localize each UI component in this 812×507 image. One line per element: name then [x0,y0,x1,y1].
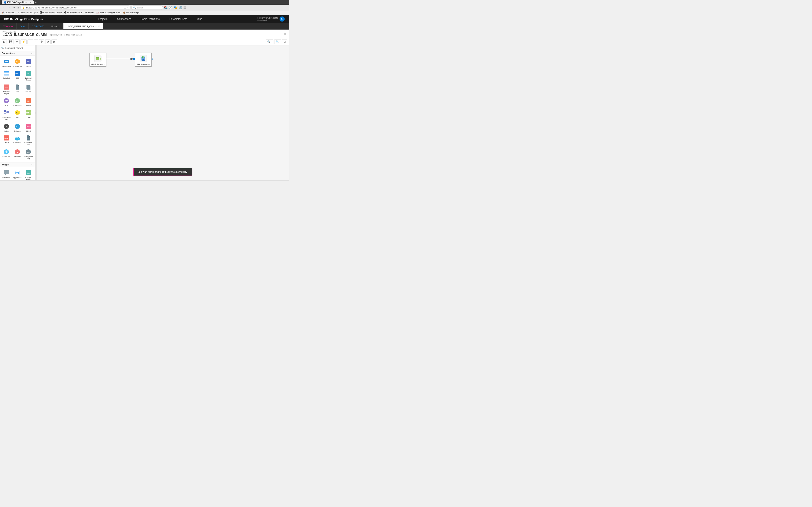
tab-jobs[interactable]: Jobs [17,23,29,30]
toolbar-run-btn[interactable]: ⚡ [20,39,27,44]
browser-tab-close[interactable]: ✕ [30,1,32,4]
history-icon[interactable]: 🕐 [169,6,172,9]
toolbar-scissors-btn[interactable]: ✂ [14,39,20,44]
bookmark-yarn[interactable]: 🅨 YARN Web GUI [64,11,82,14]
connector-external-source[interactable]: EXT External Source [23,69,34,82]
db2-node[interactable]: DB2_Connecto... [135,53,152,67]
snowflake-icon: ❄ [3,149,10,155]
toolbar-schedule-btn[interactable]: ⏱ [39,39,44,44]
star-icon[interactable]: ☆ [126,7,129,9]
bookmark-ibm-box[interactable]: 📦 IBM Box Login [123,11,140,14]
stage-change-apply[interactable]: CA Change Apply [23,169,34,180]
sidebar-search-input[interactable] [5,47,34,49]
fit-btn[interactable]: ⊡ [282,39,287,44]
connector-bdfs[interactable]: BD BDFS [23,57,34,68]
svg-line-25 [6,111,7,112]
menu-icon[interactable]: ☰ [183,6,186,9]
toolbar-arrow-up-btn[interactable]: ↑ [34,39,38,44]
hive-icon: Hive [14,109,21,116]
stage-aggregator[interactable]: Aggregator [12,169,22,180]
toolbar-save-btn[interactable]: ⊞ [2,39,7,44]
connector-hierarchical[interactable]: Hierarchical Data [1,108,11,121]
nav-projects[interactable]: Projects [97,17,109,21]
zoom-in-btn[interactable]: 🔍+ [266,39,273,44]
address-bar[interactable]: 🔒 https://iis-server.ibm.demo:9446/ibm/i… [20,5,131,10]
connector-connection[interactable]: Connection [1,57,11,68]
connector-sequential[interactable]: Sequential File [23,134,34,147]
nav-table-definitions[interactable]: Table Definitions [139,17,161,21]
connector-salesforce[interactable]: Salesforce [12,134,22,147]
canvas-area[interactable]: JDBC_Connect... [37,45,289,180]
connector-file[interactable]: File [12,83,22,96]
ftp-icon: FTP [3,97,10,104]
svg-text:GP: GP [16,100,18,102]
greenplum-icon: GP [14,97,21,104]
refresh-button[interactable]: ↻ [12,6,16,9]
canvas-resize-handle[interactable]: ⋮ [35,45,37,180]
svg-rect-23 [4,113,6,114]
bookmark-launchpad[interactable]: 🚀 Launchpad [2,11,15,14]
bookmark-reindex[interactable]: ⟳ Reindex [84,11,94,14]
addon-icon[interactable]: 🎭 [173,6,177,9]
stages-section-header[interactable]: Stages ▲ [0,162,35,167]
connector-netezza[interactable]: NZ Netezza [12,122,22,133]
connector-hbase[interactable]: HB HBase [23,97,34,108]
connector-websphere[interactable]: MQ WebSphere MQ [23,148,34,161]
zoom-out-btn[interactable]: 🔍- [274,39,281,44]
bookmark-ibm-knowledge[interactable]: 📖 IBM Knowledge Center [96,11,121,14]
tab-copydata[interactable]: COPYDATA [29,23,48,30]
connectors-section-header[interactable]: Connectors ▲ [0,51,35,56]
bookmarks-icon[interactable]: 📚 [164,6,167,9]
toolbar-arrow-right-btn[interactable]: → [28,39,33,44]
connector-teradata[interactable]: TD Teradata [12,148,22,161]
sync-icon[interactable]: 🔄 [179,6,182,9]
connector-kafka[interactable]: K Kafka [1,122,11,133]
tab-projects[interactable]: Projects [48,23,63,30]
svg-rect-7 [4,72,9,73]
svg-point-67 [96,57,99,58]
user-info: IIS-SERVER.IBM.DEMOdatastage1 AI [257,16,285,21]
forward-button[interactable]: → [7,6,11,9]
browser-tab-active[interactable]: 🔵 IBM DataStage Flow ... ✕ [2,0,34,4]
connector-odbc[interactable]: ODBC ODBC [23,122,34,133]
connector-dataset[interactable]: Data Set [1,69,11,82]
connector-external-target[interactable]: TGT External Target [1,83,11,96]
back-button[interactable]: ← [2,6,6,9]
svg-text:K: K [6,126,7,128]
active-tab-close[interactable]: ✕ [98,25,100,27]
stage-annotation-label: Annotation [2,177,10,179]
home-button[interactable]: ⌂ [16,6,20,9]
connector-db2[interactable]: DB2 DB2 [12,69,22,82]
connector-greenplum[interactable]: GP Greenplum [12,97,22,108]
toolbar-delete-btn[interactable]: 🗑 [51,39,57,44]
nav-parameter-sets[interactable]: Parameter Sets [168,17,189,21]
connector-fileset[interactable]: File Set [23,83,34,96]
bookmark-hdp[interactable]: 🅷 HDP Ambari Console [40,11,62,14]
stage-annotation[interactable]: Annotation [1,169,11,180]
toolbar-settings-btn[interactable]: ⚙ [45,39,51,44]
bookmark-classic-launchpad[interactable]: 🖥 Classic Launchpad [17,11,38,14]
user-avatar[interactable]: AI [280,16,285,21]
file-icon [14,83,21,91]
tab-load-insurance-claim[interactable]: LOAD_INSURANCE_CLAIM ✕ [63,23,104,30]
connector-db2-label: DB2 [16,77,19,79]
connector-oracle[interactable]: ORA Oracle [1,134,11,147]
browser-search-box[interactable]: 🔍 Search [131,5,163,10]
job-close-button[interactable]: ✕ [284,32,286,36]
connector-amazon-s3[interactable]: S3 Amazon S3 [12,57,22,68]
nav-jobs[interactable]: Jobs [195,17,204,21]
browser-new-tab-button[interactable]: + [35,1,37,4]
toolbar-disk-btn[interactable]: 💾 [8,39,14,44]
bookmarks-bar: 🚀 Launchpad 🖥 Classic Launchpad 🅷 HDP Am… [0,11,289,15]
stage-change-apply-label: Change Apply [24,177,33,180]
search-box[interactable]: 🔍 [0,45,35,51]
svg-text:FTP: FTP [5,100,8,102]
connector-snowflake[interactable]: ❄ Snowflake [1,148,11,161]
tab-welcome[interactable]: Welcome [0,23,17,30]
connector-ftp[interactable]: FTP FTP [1,97,11,108]
connector-jdbc[interactable]: JDBC JDBC [23,108,34,121]
svg-line-26 [6,112,7,113]
nav-connections[interactable]: Connections [115,17,133,21]
jdbc-node[interactable]: JDBC_Connect... [90,53,106,67]
connector-hive[interactable]: Hive Hive [12,108,22,121]
